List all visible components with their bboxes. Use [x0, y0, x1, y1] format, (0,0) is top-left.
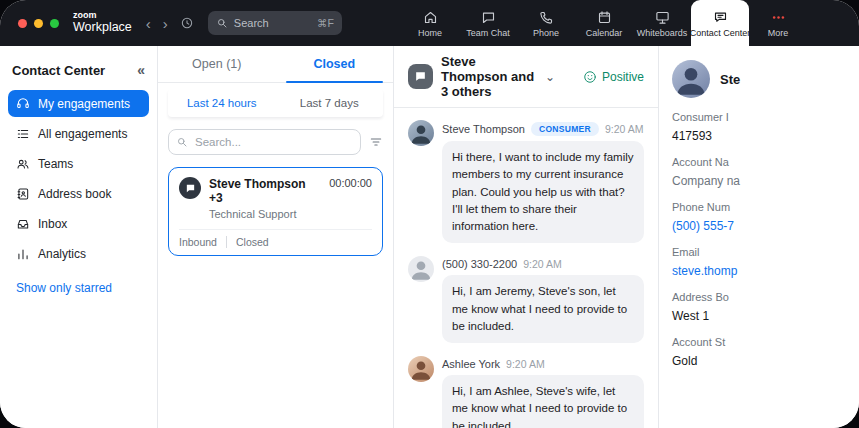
sentiment-label: Positive — [602, 70, 644, 84]
tab-contact-center[interactable]: Contact Center — [691, 0, 749, 46]
sidebar-title: Contact Center — [12, 63, 105, 78]
message-bubble: Hi there, I want to include my family me… — [442, 141, 644, 243]
tab-open[interactable]: Open (1) — [158, 46, 276, 82]
headset-icon — [16, 97, 30, 111]
tab-team-chat[interactable]: Team Chat — [459, 0, 517, 46]
engagement-tabs: Open (1) Closed — [158, 46, 393, 83]
sender-name: Ashlee York — [442, 358, 500, 370]
sender-name: Steve Thompson — [442, 123, 525, 135]
phone-icon — [539, 10, 554, 25]
sidebar-item-label: My engagements — [38, 97, 130, 111]
chevron-down-icon[interactable]: ⌄ — [545, 70, 555, 84]
whiteboard-icon — [655, 10, 670, 25]
minimize-window-button[interactable] — [34, 19, 43, 28]
sidebar-item-all-engagements[interactable]: All engagements — [8, 120, 149, 147]
filter-last-7-days[interactable]: Last 7 days — [276, 89, 384, 117]
tab-home[interactable]: Home — [401, 0, 459, 46]
sentiment-badge: Positive — [583, 70, 644, 84]
field-label: Consumer I — [672, 111, 859, 123]
field-label: Address Bo — [672, 291, 859, 303]
sidebar-item-label: All engagements — [38, 127, 127, 141]
field-consumer-id: Consumer I 417593 — [672, 111, 859, 143]
zoom-window-button[interactable] — [50, 19, 59, 28]
quick-filters: Last 24 hours Last 7 days — [168, 89, 383, 117]
sidebar-item-teams[interactable]: Teams — [8, 150, 149, 177]
history-navigation: ‹ › — [146, 0, 194, 46]
sidebar-item-inbox[interactable]: Inbox — [8, 210, 149, 237]
team-chat-icon — [481, 10, 496, 25]
engagement-search-input[interactable] — [193, 135, 353, 149]
home-icon — [423, 10, 438, 25]
global-search-button[interactable]: Search ⌘F — [208, 11, 342, 35]
avatar-generic-person — [408, 256, 434, 282]
field-account-name: Account Na Company na — [672, 156, 859, 188]
history-icon[interactable] — [180, 16, 194, 30]
smiley-icon — [583, 70, 597, 84]
search-icon — [176, 136, 188, 148]
field-label: Account St — [672, 336, 859, 348]
back-icon[interactable]: ‹ — [146, 16, 151, 31]
tab-more[interactable]: More — [749, 0, 807, 46]
email-link[interactable]: steve.thomp — [672, 264, 859, 278]
inbox-icon — [16, 217, 30, 231]
list-icon — [16, 127, 30, 141]
message-bubble: Hi, I am Ashlee, Steve's wife, let me kn… — [442, 375, 644, 428]
message-time: 9:20 AM — [506, 358, 545, 370]
window-controls — [0, 0, 59, 46]
chat-channel-icon — [179, 177, 201, 199]
engagement-timer: 00:00:00 — [329, 177, 372, 189]
message-ashlee-york: Ashlee York 9:20 AM Hi, I am Ashlee, Ste… — [408, 356, 644, 428]
filter-last-24-hours[interactable]: Last 24 hours — [168, 89, 276, 117]
sidebar-item-analytics[interactable]: Analytics — [8, 240, 149, 267]
close-window-button[interactable] — [18, 19, 27, 28]
tab-team-chat-label: Team Chat — [466, 28, 510, 38]
avatar-ashlee-york — [408, 356, 434, 382]
phone-link[interactable]: (500) 555-7 — [672, 219, 859, 233]
forward-icon[interactable]: › — [163, 16, 168, 31]
tab-phone[interactable]: Phone — [517, 0, 575, 46]
main-content: Contact Center « My engagements All enga… — [0, 46, 859, 428]
field-value: 417593 — [672, 129, 859, 143]
field-label: Account Na — [672, 156, 859, 168]
field-email: Email steve.thomp — [672, 246, 859, 278]
collapse-sidebar-icon[interactable]: « — [137, 62, 145, 78]
chat-bubble-icon — [408, 64, 433, 89]
search-icon — [216, 17, 228, 29]
consumer-badge: CONSUMER — [531, 122, 599, 136]
filter-icon[interactable] — [369, 135, 383, 149]
calendar-icon — [597, 10, 612, 25]
contact-center-icon — [713, 10, 728, 25]
engagement-card-steve-thompson[interactable]: Steve Thompson +3 Technical Support 00:0… — [168, 167, 383, 256]
engagement-tags: Inbound Closed — [179, 229, 372, 255]
sidebar-item-label: Analytics — [38, 247, 86, 261]
tab-calendar[interactable]: Calendar — [575, 0, 633, 46]
engagement-list-panel: Open (1) Closed Last 24 hours Last 7 day… — [158, 46, 394, 428]
show-only-starred-link[interactable]: Show only starred — [8, 273, 149, 303]
field-phone-number: Phone Num (500) 555-7 — [672, 201, 859, 233]
analytics-icon — [16, 247, 30, 261]
sidebar-item-address-book[interactable]: Address book — [8, 180, 149, 207]
message-bubble: Hi, I am Jeremy, Steve's son, let me kno… — [442, 275, 644, 343]
sidebar-item-my-engagements[interactable]: My engagements — [8, 90, 149, 117]
engagement-queue: Technical Support — [209, 208, 321, 220]
tab-closed[interactable]: Closed — [276, 46, 394, 82]
consumer-name: Ste — [720, 72, 740, 87]
chat-header: Steve Thompson and 3 others ⌄ Positive — [394, 46, 658, 108]
message-jeremy: (500) 330-2200 9:20 AM Hi, I am Jeremy, … — [408, 256, 644, 343]
field-label: Phone Num — [672, 201, 859, 213]
tab-whiteboards[interactable]: Whiteboards — [633, 0, 691, 46]
field-account-status: Account St Gold — [672, 336, 859, 368]
more-icon — [771, 10, 786, 25]
field-value: Company na — [672, 174, 859, 188]
message-time: 9:20 AM — [523, 258, 562, 270]
topbar-spacer — [342, 0, 401, 46]
sidebar-item-label: Inbox — [38, 217, 67, 231]
tab-home-label: Home — [418, 28, 442, 38]
avatar-steve-thompson — [408, 120, 434, 146]
engagement-search-box — [168, 129, 361, 155]
search-shortcut: ⌘F — [317, 17, 334, 29]
message-steve-thompson: Steve Thompson CONSUMER 9:20 AM Hi there… — [408, 120, 644, 243]
tab-more-label: More — [768, 28, 789, 38]
field-address-book: Address Bo West 1 — [672, 291, 859, 323]
zoom-workplace-window: zoom Workplace ‹ › Search ⌘F Home Team C… — [0, 0, 859, 428]
